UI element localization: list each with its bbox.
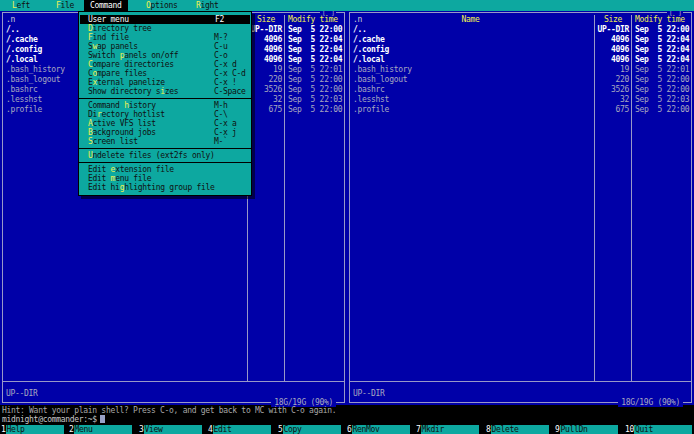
menu-item-edit-menu-file[interactable]: Edit menu file xyxy=(79,174,251,183)
file-mtime: Sep 5 22:00 xyxy=(288,85,342,95)
fkey-6-renmov[interactable]: 6RenMov xyxy=(347,425,410,434)
fkey-3-view[interactable]: 3View xyxy=(139,425,202,434)
menu-shortcut: M-? xyxy=(214,33,228,42)
menu-item-edit-extension-file[interactable]: Edit extension file xyxy=(79,165,251,174)
fkey-8-delete[interactable]: 8Delete xyxy=(486,425,549,434)
fkey-label: Delete xyxy=(491,425,549,434)
menubar-item-file[interactable]: File xyxy=(50,0,80,11)
file-name: .bash_history xyxy=(6,65,65,75)
column-header-mtime[interactable]: Modify time xyxy=(288,15,338,25)
file-size: UP--DIR xyxy=(595,25,629,35)
menu-shortcut: C-u xyxy=(214,42,228,51)
file-row-.bashrc[interactable]: .bashrc3526Sep 5 22:00 xyxy=(351,85,690,95)
file-name: /.local xyxy=(6,55,38,65)
file-size: 19 xyxy=(248,65,282,75)
ministatus: UP--DIR xyxy=(353,389,385,399)
fkey-10-quit[interactable]: 10Quit xyxy=(625,425,692,434)
fkey-label: Menu xyxy=(74,425,132,434)
file-size: 220 xyxy=(248,75,282,85)
file-name: .lesshst xyxy=(353,95,389,105)
shell-command-line[interactable]: midnight@commander:~$ xyxy=(2,415,105,425)
file-row-.bash_logout[interactable]: .bash_logout220Sep 5 22:00 xyxy=(351,75,690,85)
menu-item-show-directory-sizes[interactable]: Show directory sizesC-Space xyxy=(79,87,251,96)
file-mtime: Sep 5 22:00 xyxy=(635,105,689,115)
menu-shortcut: C-x ! xyxy=(214,78,237,87)
text-cursor xyxy=(100,415,105,423)
menu-item-directory-hotlist[interactable]: Directory hotlistC-\ xyxy=(79,110,251,119)
file-mtime: Sep 5 22:03 xyxy=(635,95,689,105)
file-row-.local[interactable]: /.local4096Sep 5 22:04 xyxy=(351,55,690,65)
menu-item-compare-files[interactable]: Compare filesC-x C-d xyxy=(79,69,251,78)
file-mtime: Sep 5 22:04 xyxy=(635,45,689,55)
file-size: 4096 xyxy=(248,45,282,55)
menu-shortcut: C-o xyxy=(214,51,228,60)
menu-item-compare-directories[interactable]: Compare directoriesC-x d xyxy=(79,60,251,69)
menu-shortcut: C-x C-d xyxy=(214,69,246,78)
file-row-.profile[interactable]: .profile675Sep 5 22:00 xyxy=(351,105,690,115)
file-mtime: Sep 5 22:00 xyxy=(288,25,342,35)
menu-shortcut: F2 xyxy=(215,15,224,24)
menu-shortcut: C-Space xyxy=(214,87,246,96)
file-mtime: Sep 5 22:04 xyxy=(288,45,342,55)
file-name: .lesshst xyxy=(6,95,42,105)
file-mtime: Sep 5 22:00 xyxy=(635,75,689,85)
file-row-.bash_history[interactable]: .bash_history19Sep 5 22:01 xyxy=(351,65,690,75)
menu-item-command-history[interactable]: Command historyM-h xyxy=(79,101,251,110)
file-size: 19 xyxy=(595,65,629,75)
file-name: /.cache xyxy=(353,35,385,45)
menu-item-switch-panels-on-off[interactable]: Switch panels on/offC-o xyxy=(79,51,251,60)
menu-item-edit-highlighting-group-file[interactable]: Edit highlighting group file xyxy=(79,183,251,192)
menubar-item-options[interactable]: Options xyxy=(140,0,184,11)
fkey-4-edit[interactable]: 4Edit xyxy=(208,425,271,434)
ministatus-divider xyxy=(350,381,691,382)
column-header-name[interactable]: Name xyxy=(347,15,594,25)
file-size: 4096 xyxy=(248,55,282,65)
menu-item-background-jobs[interactable]: Background jobsC-x j xyxy=(79,128,251,137)
file-list: /..UP--DIRSep 5 22:00/.cache4096Sep 5 22… xyxy=(351,25,690,115)
menu-item-directory-tree[interactable]: Directory tree xyxy=(79,24,251,33)
fkey-9-pulldn[interactable]: 9PullDn xyxy=(555,425,618,434)
file-name: .bash_logout xyxy=(353,75,407,85)
fkey-label: Quit xyxy=(634,425,692,434)
fkey-label: Help xyxy=(6,425,64,434)
menu-bar: LeftFileCommandOptionsRight xyxy=(0,0,694,11)
fkey-5-copy[interactable]: 5Copy xyxy=(278,425,341,434)
menubar-item-right[interactable]: Right xyxy=(190,0,225,11)
fkey-2-menu[interactable]: 2Menu xyxy=(69,425,132,434)
file-size: 675 xyxy=(595,105,629,115)
file-row-.config[interactable]: /.config4096Sep 5 22:04 xyxy=(351,45,690,55)
menu-shortcut: C-x a xyxy=(214,119,237,128)
file-row-..[interactable]: /..UP--DIRSep 5 22:00 xyxy=(351,25,690,35)
column-header-mtime[interactable]: Modify time xyxy=(635,15,685,25)
menu-item-active-vfs-list[interactable]: Active VFS listC-x a xyxy=(79,119,251,128)
menubar-item-command[interactable]: Command xyxy=(84,0,128,11)
menu-item-undelete-files-ext2fs-only-[interactable]: Undelete files (ext2fs only) xyxy=(79,151,251,160)
file-name: .profile xyxy=(6,105,42,115)
file-row-.cache[interactable]: /.cache4096Sep 5 22:04 xyxy=(351,35,690,45)
file-mtime: Sep 5 22:04 xyxy=(635,55,689,65)
fkey-label: RenMov xyxy=(352,425,410,434)
column-header-size[interactable]: Size xyxy=(248,15,284,25)
file-name: /.cache xyxy=(6,35,38,45)
file-mtime: Sep 5 22:00 xyxy=(635,25,689,35)
command-menu-dropdown: User menuF2Directory treeFind fileM-?Swa… xyxy=(78,11,252,196)
menu-item-screen-list[interactable]: Screen listM-` xyxy=(79,137,251,146)
file-size: 4096 xyxy=(595,35,629,45)
fkey-1-help[interactable]: 1Help xyxy=(1,425,64,434)
menubar-item-left[interactable]: Left xyxy=(6,0,36,11)
file-name: /.config xyxy=(353,45,389,55)
ministatus-divider xyxy=(3,381,344,382)
menu-item-swap-panels[interactable]: Swap panelsC-u xyxy=(79,42,251,51)
file-size: 32 xyxy=(248,95,282,105)
file-size: 675 xyxy=(248,105,282,115)
file-name: .profile xyxy=(353,105,389,115)
column-header-size[interactable]: Size xyxy=(595,15,631,25)
hint-line: Hint: Want your plain shell? Press C-o, … xyxy=(2,406,336,415)
file-size: 220 xyxy=(595,75,629,85)
fkey-7-mkdir[interactable]: 7Mkdir xyxy=(416,425,479,434)
file-row-.lesshst[interactable]: .lesshst32Sep 5 22:03 xyxy=(351,95,690,105)
menu-item-find-file[interactable]: Find fileM-? xyxy=(79,33,251,42)
menu-item-user-menu[interactable]: User menuF2 xyxy=(80,15,250,24)
file-name: /.. xyxy=(6,25,20,35)
menu-item-external-panelize[interactable]: External panelizeC-x ! xyxy=(79,78,251,87)
